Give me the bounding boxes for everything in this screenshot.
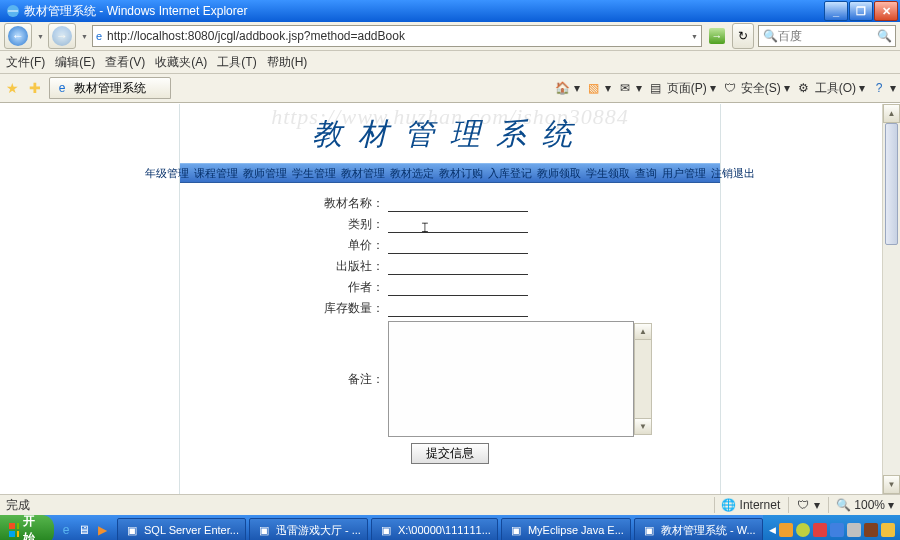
svg-rect-5 (779, 523, 793, 537)
minimize-button[interactable]: _ (824, 1, 848, 21)
label-stock: 库存数量： (204, 300, 388, 317)
input-press[interactable] (388, 258, 528, 275)
page-label: 页面(P) (667, 80, 707, 97)
ql-desktop-icon[interactable]: 🖥 (76, 522, 92, 538)
scroll-down-icon[interactable]: ▼ (883, 475, 900, 494)
nav-link-11[interactable]: 用户管理 (662, 166, 706, 181)
taskbar-item-2[interactable]: ▣X:\00000\111111... (371, 518, 498, 540)
tray-volume-icon[interactable] (847, 523, 861, 537)
scroll-thumb[interactable] (885, 123, 898, 245)
nav-link-3[interactable]: 学生管理 (292, 166, 336, 181)
menu-bar: 文件(F) 编辑(E) 查看(V) 收藏夹(A) 工具(T) 帮助(H) (0, 51, 900, 74)
textarea-scrollbar[interactable]: ▲▼ (634, 323, 652, 435)
start-button[interactable]: 开始 (0, 515, 54, 540)
input-price[interactable] (388, 237, 528, 254)
home-button[interactable]: 🏠▾ (555, 80, 580, 96)
input-type[interactable] (388, 216, 528, 233)
quicklaunch: e 🖥 ▶ (54, 522, 114, 538)
feeds-button[interactable]: ▧▾ (586, 80, 611, 96)
browser-tab[interactable]: e 教材管理系统 (49, 77, 171, 99)
nav-bar: ←▼ →▼ e ▼ → ↻ 🔍 百度 🔍 (0, 22, 900, 51)
nav-link-6[interactable]: 教材订购 (439, 166, 483, 181)
zoom-control[interactable]: 🔍100% ▾ (828, 497, 894, 513)
url-input[interactable] (105, 28, 690, 44)
taskbar-item-label: 迅雷游戏大厅 - ... (276, 523, 361, 538)
page-menu[interactable]: ▤页面(P) ▾ (648, 80, 716, 97)
tray-icon-6[interactable] (864, 523, 878, 537)
menu-file[interactable]: 文件(F) (6, 54, 45, 71)
menu-fav[interactable]: 收藏夹(A) (155, 54, 207, 71)
tools-menu[interactable]: ⚙工具(O) ▾ (796, 80, 865, 97)
taskbar-item-icon: ▣ (256, 522, 272, 538)
taskbar-item-1[interactable]: ▣迅雷游戏大厅 - ... (249, 518, 368, 540)
go-button[interactable]: → (706, 25, 728, 47)
svg-rect-2 (17, 523, 19, 529)
help-button[interactable]: ?▾ (871, 80, 896, 96)
forward-button[interactable]: → (48, 23, 76, 49)
tray-expand-icon[interactable]: ◀ (769, 525, 776, 535)
scroll-up-icon[interactable]: ▲ (883, 104, 900, 123)
add-fav-icon[interactable]: ✚ (29, 80, 41, 96)
nav-link-7[interactable]: 入库登记 (488, 166, 532, 181)
address-bar[interactable]: e ▼ (92, 25, 702, 47)
viewport-scrollbar[interactable]: ▲ ▼ (882, 104, 900, 494)
back-button[interactable]: ← (4, 23, 32, 49)
taskbar-item-4[interactable]: ▣教材管理系统 - W... (634, 518, 763, 540)
rss-icon: ▧ (586, 80, 602, 96)
safe-label: 安全(S) (741, 80, 781, 97)
tray-icon-3[interactable] (813, 523, 827, 537)
svg-rect-9 (847, 523, 861, 537)
fwd-dropdown-icon[interactable]: ▼ (81, 33, 88, 40)
nav-link-12[interactable]: 注销退出 (711, 166, 755, 181)
mail-button[interactable]: ✉▾ (617, 80, 642, 96)
ql-ie-icon[interactable]: e (58, 522, 74, 538)
tray-icon-4[interactable] (830, 523, 844, 537)
add-book-form: 教材名称： 类别： 单价： 出版社： 作者： 库存数量： 备注： ▲▼ 提交信息 (180, 183, 720, 476)
svg-rect-1 (9, 523, 15, 529)
url-dropdown-icon[interactable]: ▼ (691, 33, 698, 40)
status-zone: 🌐Internet (714, 497, 781, 513)
taskbar: 开始 e 🖥 ▶ ▣SQL Server Enter...▣迅雷游戏大厅 - .… (0, 515, 900, 540)
tray-icon-7[interactable] (881, 523, 895, 537)
search-placeholder: 百度 (778, 28, 802, 45)
taskbar-item-3[interactable]: ▣MyEclipse Java E... (501, 518, 631, 540)
tray-icon-2[interactable] (796, 523, 810, 537)
menu-help[interactable]: 帮助(H) (267, 54, 308, 71)
nav-link-9[interactable]: 学生领取 (586, 166, 630, 181)
menu-edit[interactable]: 编辑(E) (55, 54, 95, 71)
back-dropdown-icon[interactable]: ▼ (37, 33, 44, 40)
fav-star-icon[interactable]: ★ (6, 80, 19, 96)
menu-tools[interactable]: 工具(T) (217, 54, 256, 71)
menu-view[interactable]: 查看(V) (105, 54, 145, 71)
page-body: 教材管理系统 年级管理课程管理教师管理学生管理教材管理教材选定教材订购入库登记教… (179, 104, 721, 494)
taskbar-item-0[interactable]: ▣SQL Server Enter... (117, 518, 246, 540)
textarea-remark[interactable] (388, 321, 634, 437)
label-press: 出版社： (204, 258, 388, 275)
close-button[interactable]: ✕ (874, 1, 898, 21)
nav-link-0[interactable]: 年级管理 (145, 166, 189, 181)
nav-link-2[interactable]: 教师管理 (243, 166, 287, 181)
toolbar: ★ ✚ e 教材管理系统 🏠▾ ▧▾ ✉▾ ▤页面(P) ▾ 🛡安全(S) ▾ … (0, 74, 900, 103)
submit-button[interactable]: 提交信息 (411, 443, 489, 464)
nav-link-1[interactable]: 课程管理 (194, 166, 238, 181)
ql-media-icon[interactable]: ▶ (94, 522, 110, 538)
tray-icon-1[interactable] (779, 523, 793, 537)
safety-menu[interactable]: 🛡安全(S) ▾ (722, 80, 790, 97)
protect-mode: 🛡▾ (788, 497, 820, 513)
search-icon[interactable]: 🔍 (877, 29, 892, 43)
search-box[interactable]: 🔍 百度 🔍 (758, 25, 896, 47)
nav-link-10[interactable]: 查询 (635, 166, 657, 181)
input-author[interactable] (388, 279, 528, 296)
shield-icon: 🛡 (722, 80, 738, 96)
refresh-button[interactable]: ↻ (732, 23, 754, 49)
nav-link-5[interactable]: 教材选定 (390, 166, 434, 181)
nav-link-4[interactable]: 教材管理 (341, 166, 385, 181)
start-label: 开始 (23, 513, 40, 540)
svg-rect-11 (881, 523, 895, 537)
nav-link-8[interactable]: 教师领取 (537, 166, 581, 181)
input-name[interactable] (388, 195, 528, 212)
maximize-button[interactable]: ❐ (849, 1, 873, 21)
mail-icon: ✉ (617, 80, 633, 96)
svg-rect-7 (813, 523, 827, 537)
input-stock[interactable] (388, 300, 528, 317)
